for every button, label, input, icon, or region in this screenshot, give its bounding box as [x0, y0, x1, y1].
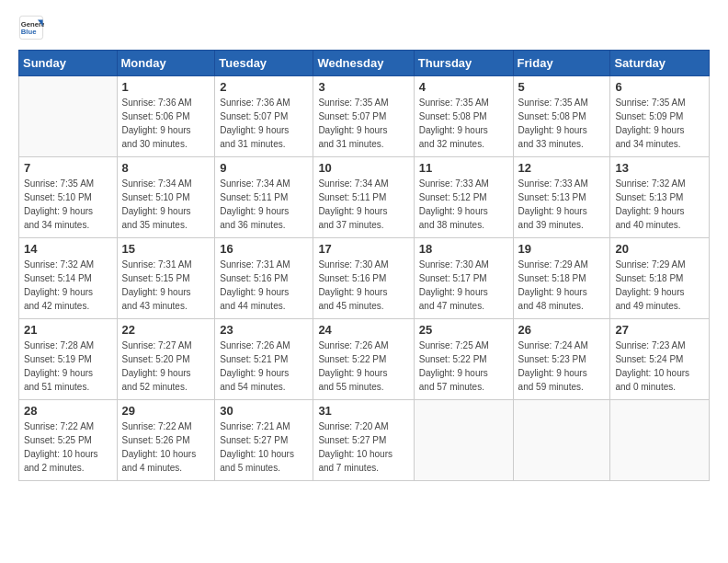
- col-header-monday: Monday: [117, 51, 215, 76]
- day-cell: [19, 76, 118, 157]
- page: General Blue SundayMondayTuesdayWednesda…: [0, 0, 728, 496]
- day-cell: 31Sunrise: 7:20 AM Sunset: 5:27 PM Dayli…: [313, 400, 414, 481]
- day-number: 18: [419, 242, 508, 256]
- day-cell: 16Sunrise: 7:31 AM Sunset: 5:16 PM Dayli…: [215, 238, 313, 319]
- day-info: Sunrise: 7:22 AM Sunset: 5:26 PM Dayligh…: [122, 419, 210, 475]
- week-row-2: 14Sunrise: 7:32 AM Sunset: 5:14 PM Dayli…: [19, 238, 710, 319]
- day-cell: 15Sunrise: 7:31 AM Sunset: 5:15 PM Dayli…: [117, 238, 215, 319]
- day-number: 9: [220, 161, 308, 175]
- day-cell: 23Sunrise: 7:26 AM Sunset: 5:21 PM Dayli…: [215, 319, 313, 400]
- day-cell: 18Sunrise: 7:30 AM Sunset: 5:17 PM Dayli…: [414, 238, 513, 319]
- day-info: Sunrise: 7:20 AM Sunset: 5:27 PM Dayligh…: [318, 419, 408, 475]
- day-cell: 14Sunrise: 7:32 AM Sunset: 5:14 PM Dayli…: [19, 238, 118, 319]
- day-info: Sunrise: 7:29 AM Sunset: 5:18 PM Dayligh…: [615, 258, 704, 313]
- day-cell: 4Sunrise: 7:35 AM Sunset: 5:08 PM Daylig…: [414, 76, 513, 157]
- day-info: Sunrise: 7:33 AM Sunset: 5:13 PM Dayligh…: [518, 177, 606, 232]
- day-number: 1: [122, 80, 210, 94]
- day-number: 3: [318, 80, 408, 94]
- week-row-1: 7Sunrise: 7:35 AM Sunset: 5:10 PM Daylig…: [19, 157, 710, 238]
- day-number: 22: [122, 323, 210, 337]
- day-info: Sunrise: 7:36 AM Sunset: 5:07 PM Dayligh…: [220, 96, 308, 151]
- day-info: Sunrise: 7:32 AM Sunset: 5:14 PM Dayligh…: [24, 258, 112, 313]
- day-number: 24: [318, 323, 408, 337]
- calendar: SundayMondayTuesdayWednesdayThursdayFrid…: [18, 50, 710, 481]
- day-cell: 25Sunrise: 7:25 AM Sunset: 5:22 PM Dayli…: [414, 319, 513, 400]
- day-number: 29: [122, 404, 210, 418]
- day-cell: 19Sunrise: 7:29 AM Sunset: 5:18 PM Dayli…: [513, 238, 610, 319]
- day-info: Sunrise: 7:34 AM Sunset: 5:11 PM Dayligh…: [220, 177, 308, 232]
- day-info: Sunrise: 7:22 AM Sunset: 5:25 PM Dayligh…: [24, 419, 112, 475]
- day-info: Sunrise: 7:26 AM Sunset: 5:21 PM Dayligh…: [220, 339, 308, 394]
- col-header-tuesday: Tuesday: [215, 51, 313, 76]
- day-cell: 1Sunrise: 7:36 AM Sunset: 5:06 PM Daylig…: [117, 76, 215, 157]
- day-info: Sunrise: 7:35 AM Sunset: 5:07 PM Dayligh…: [318, 96, 408, 151]
- day-number: 6: [615, 80, 704, 94]
- day-number: 28: [24, 404, 112, 418]
- day-number: 31: [318, 404, 408, 418]
- day-info: Sunrise: 7:25 AM Sunset: 5:22 PM Dayligh…: [419, 339, 508, 394]
- col-header-saturday: Saturday: [610, 51, 710, 76]
- col-header-wednesday: Wednesday: [313, 51, 414, 76]
- day-number: 16: [220, 242, 308, 256]
- day-cell: 10Sunrise: 7:34 AM Sunset: 5:11 PM Dayli…: [313, 157, 414, 238]
- day-cell: 26Sunrise: 7:24 AM Sunset: 5:23 PM Dayli…: [513, 319, 610, 400]
- day-cell: 6Sunrise: 7:35 AM Sunset: 5:09 PM Daylig…: [610, 76, 710, 157]
- header-row: SundayMondayTuesdayWednesdayThursdayFrid…: [19, 51, 710, 76]
- day-info: Sunrise: 7:27 AM Sunset: 5:20 PM Dayligh…: [122, 339, 210, 394]
- day-cell: 9Sunrise: 7:34 AM Sunset: 5:11 PM Daylig…: [215, 157, 313, 238]
- day-number: 20: [615, 242, 704, 256]
- day-number: 10: [318, 161, 408, 175]
- day-number: 13: [615, 161, 704, 175]
- svg-text:Blue: Blue: [21, 28, 37, 36]
- day-info: Sunrise: 7:34 AM Sunset: 5:10 PM Dayligh…: [122, 177, 210, 232]
- day-cell: 13Sunrise: 7:32 AM Sunset: 5:13 PM Dayli…: [610, 157, 710, 238]
- day-cell: [610, 400, 710, 481]
- day-cell: 8Sunrise: 7:34 AM Sunset: 5:10 PM Daylig…: [117, 157, 215, 238]
- header: General Blue: [18, 15, 710, 40]
- day-number: 19: [518, 242, 606, 256]
- day-number: 7: [24, 161, 112, 175]
- day-info: Sunrise: 7:29 AM Sunset: 5:18 PM Dayligh…: [518, 258, 606, 313]
- day-number: 21: [24, 323, 112, 337]
- day-number: 25: [419, 323, 508, 337]
- day-cell: 27Sunrise: 7:23 AM Sunset: 5:24 PM Dayli…: [610, 319, 710, 400]
- day-cell: 24Sunrise: 7:26 AM Sunset: 5:22 PM Dayli…: [313, 319, 414, 400]
- day-info: Sunrise: 7:30 AM Sunset: 5:16 PM Dayligh…: [318, 258, 408, 313]
- day-number: 14: [24, 242, 112, 256]
- day-cell: 29Sunrise: 7:22 AM Sunset: 5:26 PM Dayli…: [117, 400, 215, 481]
- day-cell: [513, 400, 610, 481]
- day-info: Sunrise: 7:32 AM Sunset: 5:13 PM Dayligh…: [615, 177, 704, 232]
- day-cell: 30Sunrise: 7:21 AM Sunset: 5:27 PM Dayli…: [215, 400, 313, 481]
- day-info: Sunrise: 7:28 AM Sunset: 5:19 PM Dayligh…: [24, 339, 112, 394]
- day-info: Sunrise: 7:35 AM Sunset: 5:10 PM Dayligh…: [24, 177, 112, 232]
- col-header-friday: Friday: [513, 51, 610, 76]
- day-info: Sunrise: 7:35 AM Sunset: 5:09 PM Dayligh…: [615, 96, 704, 151]
- week-row-4: 28Sunrise: 7:22 AM Sunset: 5:25 PM Dayli…: [19, 400, 710, 481]
- day-number: 30: [220, 404, 308, 418]
- day-info: Sunrise: 7:23 AM Sunset: 5:24 PM Dayligh…: [615, 339, 704, 394]
- day-cell: 7Sunrise: 7:35 AM Sunset: 5:10 PM Daylig…: [19, 157, 118, 238]
- day-cell: [414, 400, 513, 481]
- day-number: 17: [318, 242, 408, 256]
- day-info: Sunrise: 7:35 AM Sunset: 5:08 PM Dayligh…: [518, 96, 606, 151]
- day-info: Sunrise: 7:21 AM Sunset: 5:27 PM Dayligh…: [220, 419, 308, 475]
- col-header-thursday: Thursday: [414, 51, 513, 76]
- day-number: 11: [419, 161, 508, 175]
- day-number: 5: [518, 80, 606, 94]
- day-cell: 17Sunrise: 7:30 AM Sunset: 5:16 PM Dayli…: [313, 238, 414, 319]
- day-info: Sunrise: 7:35 AM Sunset: 5:08 PM Dayligh…: [419, 96, 508, 151]
- day-cell: 11Sunrise: 7:33 AM Sunset: 5:12 PM Dayli…: [414, 157, 513, 238]
- day-info: Sunrise: 7:24 AM Sunset: 5:23 PM Dayligh…: [518, 339, 606, 394]
- day-cell: 22Sunrise: 7:27 AM Sunset: 5:20 PM Dayli…: [117, 319, 215, 400]
- day-info: Sunrise: 7:33 AM Sunset: 5:12 PM Dayligh…: [419, 177, 508, 232]
- day-cell: 12Sunrise: 7:33 AM Sunset: 5:13 PM Dayli…: [513, 157, 610, 238]
- day-cell: 21Sunrise: 7:28 AM Sunset: 5:19 PM Dayli…: [19, 319, 118, 400]
- day-info: Sunrise: 7:31 AM Sunset: 5:15 PM Dayligh…: [122, 258, 210, 313]
- day-info: Sunrise: 7:30 AM Sunset: 5:17 PM Dayligh…: [419, 258, 508, 313]
- day-cell: 2Sunrise: 7:36 AM Sunset: 5:07 PM Daylig…: [215, 76, 313, 157]
- day-info: Sunrise: 7:34 AM Sunset: 5:11 PM Dayligh…: [318, 177, 408, 232]
- day-info: Sunrise: 7:31 AM Sunset: 5:16 PM Dayligh…: [220, 258, 308, 313]
- day-number: 2: [220, 80, 308, 94]
- day-number: 8: [122, 161, 210, 175]
- day-number: 15: [122, 242, 210, 256]
